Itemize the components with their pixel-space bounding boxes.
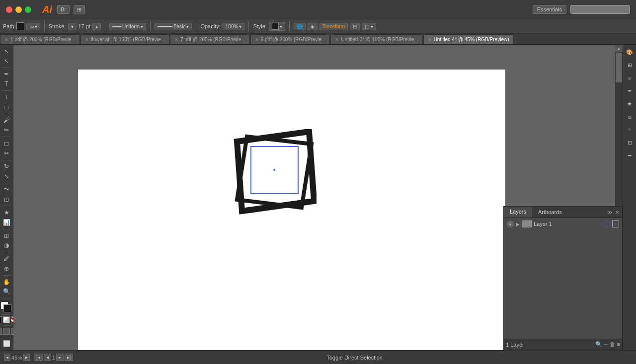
direct-selection-tool-button[interactable]: ↖ (1, 57, 12, 66)
symbol-sprayer-button[interactable]: ★ (1, 208, 12, 217)
stroke-decrease-button[interactable]: ▾ (68, 23, 77, 30)
delete-layer-button[interactable]: 🗑 (610, 341, 615, 348)
transform-button[interactable]: Transform (319, 23, 348, 30)
minimize-button[interactable] (15, 6, 22, 13)
eyedropper-tool-button[interactable]: 🖉 (1, 254, 12, 263)
layer-1-expand[interactable]: ▶ (516, 221, 520, 227)
tab-untitled4-close[interactable]: ✕ (428, 37, 432, 42)
layer-1-lock[interactable] (612, 220, 619, 227)
bridge-button[interactable]: Br (57, 5, 70, 14)
rotate-tool-button[interactable]: ↻ (1, 162, 12, 171)
zoom-control: ◂ 45% ▸ (4, 354, 30, 361)
scale-tool-button[interactable]: ⤡ (1, 172, 12, 181)
layer-1-visibility[interactable]: ● (507, 220, 514, 227)
pen-tool-button[interactable]: ✒ (1, 70, 12, 78)
scroll-thumb[interactable] (616, 53, 622, 82)
tab-7pdf-close[interactable]: ✕ (174, 37, 178, 42)
page-number: 1 (52, 355, 55, 361)
maximize-button[interactable] (25, 6, 31, 13)
stroke-color-swatch[interactable] (3, 304, 11, 312)
layer-1-row[interactable]: ● ▶ Layer 1 (505, 219, 621, 229)
screen-mode-button[interactable]: ⬜ (1, 339, 12, 348)
style-label: Style: (253, 23, 267, 29)
transform-panel-button[interactable]: ⧈ (624, 111, 635, 122)
selection-tool-button[interactable]: ↖ (1, 47, 12, 56)
zoom-in-button[interactable]: ▸ (23, 354, 30, 361)
pathfinder-button[interactable]: ◫ ▾ (362, 23, 376, 30)
layers-options-button[interactable]: ≡ (617, 341, 620, 348)
hand-tool-button[interactable]: ✋ (1, 278, 12, 287)
draw-behind-button[interactable] (3, 328, 10, 335)
arrange-button[interactable]: ⊞ (74, 5, 85, 14)
rect-tool-button[interactable]: □ (1, 103, 12, 112)
tab-flowerai[interactable]: ✕ flower.ai* @ 150% (RGB/Previe... (80, 34, 169, 44)
scissors-tool-button[interactable]: ✂ (1, 149, 12, 158)
layer-1-icon (522, 220, 532, 227)
scroll-up-button[interactable]: ▲ (615, 45, 623, 52)
layers-tab[interactable]: Layers (504, 207, 532, 218)
blend-tool-button[interactable]: ⊕ (1, 264, 12, 273)
tab-6pdf[interactable]: ✕ 6.pdf @ 200% (RGB/Previe... (250, 34, 330, 44)
eraser-tool-button[interactable]: ◻ (1, 139, 12, 148)
tab-untitled3[interactable]: ✕ Untitled-3* @ 100% (RGB/Previe... (330, 34, 422, 44)
align-panel-button[interactable]: ≡ (624, 124, 635, 135)
layers-panel-menu-btn[interactable]: ≫ (606, 209, 613, 216)
free-transform-button[interactable]: ⊡ (1, 195, 12, 204)
tab-untitled3-close[interactable]: ✕ (335, 37, 339, 42)
tab-6pdf-close[interactable]: ✕ (255, 37, 259, 42)
search-input[interactable] (570, 5, 630, 14)
align-button[interactable]: ⊟ (350, 23, 360, 30)
tab-7pdf[interactable]: ✕ 7.pdf @ 200% (RGB/Previe... (170, 34, 250, 44)
column-graph-button[interactable]: 📊 (1, 218, 12, 227)
uniform-button[interactable]: ━━━ Uniform ▾ (109, 23, 146, 30)
color-panel-button[interactable]: 🎨 (624, 47, 635, 58)
status-text: Toggle Direct Selection (77, 355, 632, 361)
pathfinder-panel-button[interactable]: ⊡ (624, 137, 635, 148)
color-mode-color[interactable] (0, 316, 2, 323)
appearance-button[interactable]: ◈ (308, 23, 318, 30)
next-page-button[interactable]: ▸ (56, 354, 64, 361)
layers-panel-button[interactable]: ≡ (624, 73, 635, 83)
stroke-type-button[interactable]: ▭ ▾ (26, 23, 40, 30)
line-tool-button[interactable]: \ (1, 93, 12, 102)
tab-1pdf[interactable]: ✕ 1.pdf @ 200% (RGB/Previe... (0, 34, 80, 44)
zoom-tool-button[interactable]: 🔍 (1, 288, 12, 296)
zoom-out-button[interactable]: ◂ (4, 354, 10, 361)
search-layers-button[interactable]: 🔍 (595, 341, 602, 348)
brush-panel-button[interactable]: ✒ (624, 85, 635, 96)
draw-normal-button[interactable] (0, 328, 2, 335)
tab-flowerai-close[interactable]: ✕ (85, 37, 89, 42)
tab-1pdf-label: 1.pdf @ 200% (RGB/Previe... (10, 37, 76, 42)
type-tool-button[interactable]: T (1, 79, 12, 88)
artwork[interactable] (232, 129, 317, 217)
tab-untitled4[interactable]: ✕ Untitled-4* @ 45% (RGB/Preview) (423, 34, 514, 44)
symbols-panel-button[interactable]: ★ (624, 98, 635, 109)
workspace-dropdown[interactable]: Essentials (533, 5, 566, 14)
paintbrush-tool-button[interactable]: 🖌 (1, 116, 12, 125)
pencil-tool-button[interactable]: ✏ (1, 126, 12, 135)
stroke-icon: ▭ (29, 24, 34, 29)
tab-1pdf-close[interactable]: ✕ (4, 37, 8, 42)
artboards-tab[interactable]: Artboards (532, 207, 568, 217)
grid-panel-button[interactable]: ⊞ (624, 60, 635, 71)
fill-swatch[interactable] (16, 22, 24, 30)
color-swatches[interactable] (0, 301, 12, 311)
stroke-panel-button[interactable]: ━ (624, 150, 635, 161)
add-layer-button[interactable]: + (604, 341, 607, 348)
gradient-tool-button[interactable]: ◑ (1, 241, 12, 250)
stroke-label: Stroke: (49, 23, 66, 29)
layers-panel-close-btn[interactable]: ✕ (614, 209, 620, 216)
globe-button[interactable]: 🌐 (294, 23, 306, 30)
opacity-button[interactable]: 100% ▾ (223, 23, 245, 30)
color-mode-grad[interactable] (3, 316, 10, 323)
style-button[interactable]: ▾ (269, 22, 285, 31)
mesh-tool-button[interactable]: ⊞ (1, 231, 12, 240)
close-button[interactable] (6, 6, 12, 13)
stroke-increase-button[interactable]: ▴ (92, 23, 101, 30)
warp-tool-button[interactable]: 〜 (1, 185, 12, 194)
prev-page-button[interactable]: ◂ (44, 354, 51, 361)
last-page-button[interactable]: ▸| (65, 354, 74, 361)
basic-button[interactable]: ━━━━━ Basic ▾ (155, 23, 192, 30)
first-page-button[interactable]: |◂ (34, 354, 43, 361)
layer-1-target[interactable] (603, 220, 610, 227)
